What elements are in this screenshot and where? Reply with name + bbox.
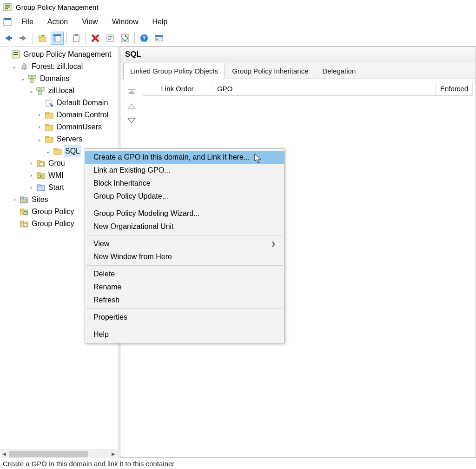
clipboard-button[interactable] (70, 32, 83, 45)
tree-forest[interactable]: ⌄ Forest: zill.local (3, 60, 118, 73)
svg-rect-55 (20, 197, 24, 198)
gpm-icon (11, 50, 20, 59)
help-button[interactable]: ? (138, 32, 151, 45)
svg-rect-25 (156, 39, 159, 40)
ctx-new-window[interactable]: New Window from Here (85, 250, 284, 263)
ctx-separator (86, 205, 283, 205)
col-enforced[interactable]: Enforced (436, 82, 473, 95)
forward-button[interactable] (17, 32, 30, 45)
ctx-rename[interactable]: Rename (85, 281, 284, 294)
expander-icon[interactable]: › (28, 157, 34, 169)
menu-action[interactable]: Action (41, 16, 74, 28)
ctx-new-ou[interactable]: New Organizational Unit (85, 220, 284, 233)
expander-icon[interactable]: › (36, 121, 43, 133)
up-button[interactable] (36, 32, 49, 45)
svg-rect-35 (41, 87, 44, 91)
svg-rect-42 (46, 124, 49, 126)
show-hide-tree-button[interactable] (51, 32, 64, 45)
status-bar: Create a GPO in this domain and link it … (0, 458, 476, 469)
svg-rect-61 (20, 221, 24, 222)
ctx-help[interactable]: Help (85, 328, 284, 341)
menu-window[interactable]: Window (106, 16, 145, 28)
ctx-gpm-wizard[interactable]: Group Policy Modeling Wizard... (85, 207, 284, 220)
tree-domains[interactable]: ⌄ Domains (3, 73, 118, 85)
col-link-order[interactable]: Link Order (143, 82, 212, 95)
expander-icon[interactable]: › (36, 109, 43, 121)
expander-icon[interactable]: › (11, 194, 18, 206)
ctx-separator (86, 326, 283, 326)
tab-delegation[interactable]: Delegation (316, 63, 363, 79)
move-up-icon[interactable] (127, 103, 136, 110)
tree-horizontal-scrollbar[interactable]: ◀ ▶ (0, 449, 118, 458)
expander-icon[interactable]: › (28, 169, 34, 181)
svg-rect-37 (46, 100, 51, 106)
back-button[interactable] (2, 32, 15, 45)
toolbar-separator (33, 33, 33, 44)
menu-view[interactable]: View (75, 16, 104, 28)
svg-rect-6 (9, 37, 12, 39)
starter-icon (36, 183, 46, 192)
expander-icon[interactable]: ⌄ (45, 145, 51, 157)
tree-domain-controllers[interactable]: › Domain Control (3, 109, 118, 121)
svg-rect-12 (53, 34, 61, 36)
tab-linked[interactable]: Linked Group Policy Objects (123, 63, 225, 79)
svg-rect-17 (108, 38, 112, 39)
svg-rect-30 (24, 69, 25, 70)
tree-root[interactable]: Group Policy Management (3, 48, 118, 60)
expander-icon[interactable]: ⌄ (20, 73, 26, 85)
ctx-view[interactable]: View❯ (85, 237, 284, 250)
filter-button[interactable] (152, 32, 165, 45)
ctx-separator (86, 235, 283, 235)
ou-icon (45, 134, 54, 144)
ctx-delete[interactable]: Delete (85, 268, 284, 281)
expander-icon[interactable]: ⌄ (28, 85, 34, 97)
toolbar-separator (66, 33, 67, 44)
scroll-left-icon[interactable]: ◀ (0, 450, 8, 458)
ctx-block-inheritance[interactable]: Block Inheritance (85, 177, 284, 190)
col-gpo[interactable]: GPO (212, 82, 436, 95)
gpo-container-icon (36, 159, 46, 168)
ctx-separator (86, 308, 283, 309)
tree-default-domain[interactable]: Default Domain (3, 97, 118, 109)
ctx-link-existing[interactable]: Link an Existing GPO... (85, 164, 284, 177)
scroll-right-icon[interactable]: ▶ (109, 450, 118, 458)
svg-text:?: ? (142, 35, 146, 42)
properties-button[interactable] (104, 32, 117, 45)
ctx-create-gpo[interactable]: Create a GPO in this domain, and Link it… (85, 151, 284, 164)
ou-icon (45, 122, 54, 132)
svg-point-38 (51, 105, 53, 107)
tab-inheritance[interactable]: Group Policy Inheritance (225, 63, 315, 79)
menu-bar: File Action View Window Help (0, 14, 476, 30)
refresh-button[interactable] (119, 32, 132, 45)
ctx-gp-update[interactable]: Group Policy Update... (85, 190, 284, 203)
svg-rect-41 (46, 125, 53, 130)
tree-domain-users[interactable]: › DomainUsers (3, 121, 118, 133)
expander-icon[interactable]: ⌄ (36, 133, 43, 145)
svg-rect-62 (23, 223, 27, 226)
ctx-properties[interactable]: Properties (85, 311, 284, 324)
ctx-refresh[interactable]: Refresh (85, 294, 284, 307)
delete-button[interactable] (89, 32, 102, 45)
expander-icon[interactable]: ⌄ (11, 60, 18, 73)
tree-domain-zill[interactable]: ⌄ zill.local (3, 85, 118, 97)
expander-icon[interactable]: › (28, 181, 34, 194)
svg-rect-52 (37, 186, 45, 191)
menu-file[interactable]: File (15, 16, 40, 28)
move-down-icon[interactable] (127, 117, 136, 124)
svg-rect-14 (75, 34, 78, 36)
move-top-icon[interactable] (127, 88, 136, 96)
modeling-icon (20, 207, 29, 216)
column-headers: Link Order GPO Enforced (143, 82, 473, 96)
menu-help[interactable]: Help (146, 16, 174, 28)
svg-rect-3 (5, 8, 8, 9)
svg-rect-24 (156, 38, 159, 39)
scroll-thumb[interactable] (9, 451, 88, 457)
ou-icon (53, 147, 62, 156)
svg-rect-53 (37, 185, 40, 186)
svg-rect-45 (54, 149, 61, 154)
svg-rect-58 (20, 209, 24, 210)
svg-rect-36 (39, 91, 42, 94)
submenu-arrow-icon: ❯ (271, 241, 276, 247)
svg-rect-33 (30, 79, 33, 82)
tree-servers[interactable]: ⌄ Servers (3, 133, 118, 145)
